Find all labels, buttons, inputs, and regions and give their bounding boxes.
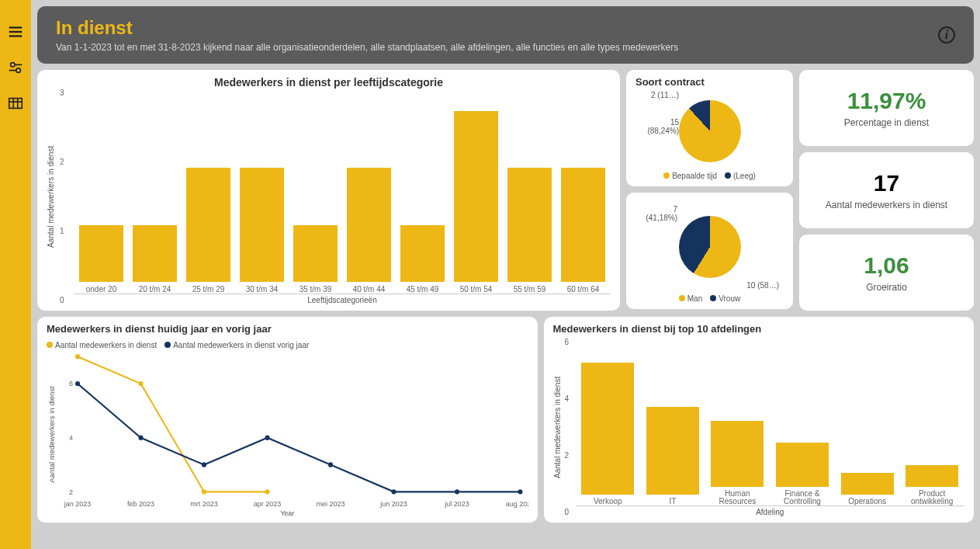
bar[interactable]: Operations [838, 473, 897, 506]
svg-text:Aantal medewerkers in dienst: Aantal medewerkers in dienst [48, 386, 56, 483]
bar-label: 60 t/m 64 [567, 285, 600, 294]
bar[interactable]: 60 t/m 64 [559, 168, 608, 294]
bar[interactable]: IT [643, 407, 702, 506]
pie[interactable] [679, 216, 741, 278]
line-series[interactable] [78, 384, 520, 492]
line-point[interactable] [328, 462, 333, 467]
line-series[interactable] [78, 356, 267, 492]
kpi-label: Groeiratio [866, 282, 907, 293]
svg-text:mei 2023: mei 2023 [316, 500, 345, 508]
page-subtitle: Van 1-1-2023 tot en met 31-8-2023 kijken… [56, 42, 678, 53]
bar-label: 55 t/m 59 [514, 285, 546, 294]
line-point[interactable] [139, 381, 144, 386]
kpi-value: 1,06 [864, 252, 909, 279]
bar-label: 35 t/m 39 [300, 285, 332, 294]
pie-data-label: 7(41,18%) [640, 205, 677, 222]
y-axis-label: Aantal medewerkers in dienst [47, 89, 55, 304]
filter-icon[interactable] [7, 59, 24, 79]
bar[interactable]: Product ontwikkeling [902, 465, 961, 506]
bar-label: 20 t/m 24 [139, 285, 171, 294]
line-point[interactable] [265, 436, 270, 440]
legend-item[interactable]: Aantal medewerkers in dienst [47, 341, 157, 349]
bar-label: 40 t/m 44 [353, 285, 386, 294]
x-axis-label: Leeftijdscategorieën [74, 296, 611, 304]
chart-title: Soort contract [635, 76, 784, 88]
kpi-value: 17 [874, 170, 899, 196]
bar-label: Verkoop [594, 498, 622, 506]
y-axis-label: Aantal medewerkers in dienst [553, 338, 562, 516]
line-point[interactable] [392, 489, 397, 494]
svg-text:2: 2 [69, 488, 73, 495]
line-point[interactable] [518, 489, 522, 494]
bar[interactable]: Human Resources [708, 421, 767, 506]
svg-text:jul 2023: jul 2023 [444, 500, 469, 508]
info-icon[interactable]: i [938, 26, 955, 43]
bar[interactable]: 50 t/m 54 [452, 111, 500, 294]
legend-item[interactable]: (Leeg) [725, 172, 756, 180]
bar[interactable]: 40 t/m 44 [345, 168, 393, 294]
bar-label: onder 20 [86, 285, 116, 294]
chart-title: Medewerkers in dienst huidig jaar en vor… [47, 323, 528, 335]
table-icon[interactable] [7, 95, 24, 115]
pie-data-label: 2 (11…) [651, 91, 679, 99]
svg-text:feb 2023: feb 2023 [127, 500, 154, 508]
legend-item[interactable]: Man [679, 294, 702, 303]
bar-label: 45 t/m 49 [407, 285, 439, 294]
legend-item[interactable]: Bepaalde tijd [663, 172, 717, 180]
svg-text:6: 6 [69, 380, 73, 387]
menu-icon[interactable] [7, 23, 24, 43]
x-axis-label: Afdeling [576, 508, 965, 516]
svg-text:aug 2023: aug 2023 [506, 500, 528, 508]
chart-title: Medewerkers in dienst bij top 10 afdelin… [553, 323, 965, 335]
bar[interactable]: 35 t/m 39 [291, 225, 340, 294]
page-title: In dienst [56, 17, 678, 39]
legend-item[interactable]: Aantal medewerkers in dienst vorig jaar [164, 341, 309, 349]
chart-gender-pie: 7(41,18%)10 (58…) ManVrouw [626, 193, 793, 309]
svg-text:jan 2023: jan 2023 [64, 500, 92, 508]
kpi-value: 11,97% [847, 88, 926, 114]
chart-contract-pie: Soort contract 2 (11…)15(88,24%) Bepaald… [626, 70, 793, 186]
bar[interactable]: onder 20 [77, 225, 126, 294]
kpi-count: 17 Aantal medewerkers in dienst [799, 152, 974, 228]
bar[interactable]: Finance & Controlling [773, 443, 832, 506]
bar-label: Human Resources [708, 490, 767, 506]
kpi-percentage: 11,97% Percentage in dienst [799, 70, 974, 146]
bar-label: 25 t/m 29 [192, 285, 225, 294]
svg-rect-5 [9, 99, 23, 109]
bar-label: IT [669, 498, 676, 506]
kpi-ratio: 1,06 Groeiratio [799, 235, 974, 311]
bar[interactable]: 45 t/m 49 [398, 225, 447, 294]
bar[interactable]: Verkoop [579, 363, 638, 506]
legend-item[interactable]: Vrouw [710, 294, 740, 303]
chart-title: Medewerkers in dienst per leeftijdscateg… [47, 76, 611, 89]
line-point[interactable] [139, 436, 144, 440]
chart-trend-line: Medewerkers in dienst huidig jaar en vor… [37, 317, 538, 523]
page-header: In dienst Van 1-1-2023 tot en met 31-8-2… [37, 6, 974, 64]
bar[interactable]: 55 t/m 59 [505, 168, 554, 294]
chart-top10-bars: Medewerkers in dienst bij top 10 afdelin… [544, 317, 975, 523]
bar-label: Finance & Controlling [773, 490, 832, 506]
svg-text:Year: Year [280, 509, 294, 516]
bar-label: 30 t/m 34 [246, 285, 279, 294]
svg-text:jun 2023: jun 2023 [379, 500, 407, 508]
line-point[interactable] [75, 354, 80, 359]
pie[interactable] [679, 100, 741, 162]
bar[interactable]: 25 t/m 29 [184, 168, 233, 294]
line-point[interactable] [75, 381, 80, 386]
svg-point-4 [16, 68, 20, 73]
kpi-label: Aantal medewerkers in dienst [826, 200, 947, 210]
bar[interactable]: 30 t/m 34 [237, 168, 286, 294]
line-point[interactable] [265, 489, 270, 494]
svg-text:apr 2023: apr 2023 [254, 500, 282, 508]
chart-age-bars: Medewerkers in dienst per leeftijdscateg… [37, 70, 620, 311]
line-point[interactable] [455, 489, 459, 494]
bar-label: Product ontwikkeling [902, 490, 961, 506]
bar[interactable]: 20 t/m 24 [130, 225, 179, 294]
svg-point-3 [11, 63, 15, 68]
kpi-label: Percentage in dienst [844, 117, 929, 128]
bar-label: 50 t/m 54 [460, 285, 493, 294]
left-sidebar [0, 0, 31, 549]
line-point[interactable] [202, 462, 206, 467]
pie-data-label: 10 (58…) [746, 281, 779, 290]
line-point[interactable] [202, 489, 206, 494]
